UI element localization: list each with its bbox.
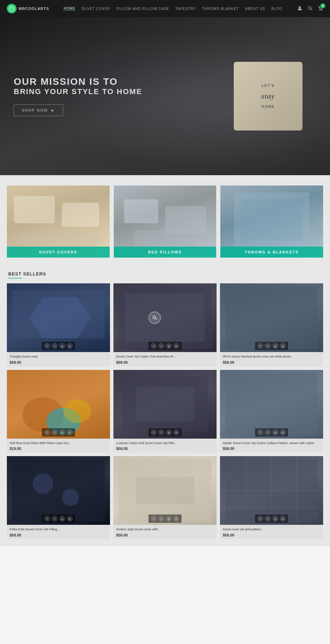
facebook-share-icon[interactable]: f xyxy=(151,429,157,436)
twitter-share-icon[interactable]: t xyxy=(52,343,58,349)
product-card[interactable]: f t g p Duvet cover set grid pattern... … xyxy=(220,456,323,539)
product-price-2: $58.00 xyxy=(116,360,214,364)
product-social-bar-5: f t g p xyxy=(148,428,182,437)
nav-tapestry[interactable]: TAPESTRY xyxy=(175,7,196,11)
svg-rect-7 xyxy=(62,203,99,227)
svg-point-5 xyxy=(321,10,322,10)
logo[interactable]: MRCOOLARTS xyxy=(7,4,49,13)
cart-badge: 0 xyxy=(320,3,325,8)
product-image-8: f t g p xyxy=(113,456,217,525)
google-share-icon[interactable]: g xyxy=(59,343,65,349)
google-share-icon[interactable]: g xyxy=(166,429,172,436)
google-share-icon[interactable]: g xyxy=(272,429,278,436)
pinterest-share-icon[interactable]: p xyxy=(67,516,73,522)
product-image-2: f t g p xyxy=(113,283,217,352)
product-info-3: 3PCS luxury Washed duvet cover set white… xyxy=(220,352,323,366)
facebook-share-icon[interactable]: f xyxy=(151,343,157,349)
pinterest-share-icon[interactable]: p xyxy=(173,343,179,349)
google-share-icon[interactable]: g xyxy=(166,343,172,349)
google-share-icon[interactable]: g xyxy=(59,516,65,522)
shop-now-button[interactable]: SHOP NOW ► xyxy=(14,104,63,116)
twitter-share-icon[interactable]: t xyxy=(158,429,164,436)
product-info-1: Triangle Duvet cover $58.00 xyxy=(7,352,110,366)
product-card[interactable]: f t g p Polka Dots Duvet Cover Set Filli… xyxy=(7,456,110,539)
google-share-icon[interactable]: g xyxy=(272,343,278,349)
svg-rect-13 xyxy=(241,199,302,240)
pinterest-share-icon[interactable]: p xyxy=(173,516,179,522)
product-image-7: f t g p xyxy=(7,456,110,525)
hero-content: OUR MISSION IS TO BRING YOUR STYLE TO HO… xyxy=(0,76,156,116)
product-info-6: Master Duvet Cover Set Grains Gallace Pa… xyxy=(220,439,323,453)
facebook-share-icon[interactable]: f xyxy=(257,343,263,349)
facebook-share-icon[interactable]: f xyxy=(44,429,50,436)
svg-rect-10 xyxy=(165,206,206,234)
nav-home[interactable]: HOME xyxy=(64,7,75,11)
svg-point-2 xyxy=(308,7,311,9)
cart-icon[interactable]: 0 xyxy=(318,5,323,12)
twitter-share-icon[interactable]: t xyxy=(265,429,271,436)
pinterest-share-icon[interactable]: p xyxy=(280,343,286,349)
search-icon[interactable] xyxy=(307,5,313,12)
product-card[interactable]: f t g p Modern style Duvet cover with...… xyxy=(113,456,217,539)
facebook-share-icon[interactable]: f xyxy=(151,516,157,522)
twitter-share-icon[interactable]: t xyxy=(158,343,164,349)
twitter-share-icon[interactable]: t xyxy=(52,516,58,522)
product-name-3: 3PCS luxury Washed duvet cover set white… xyxy=(223,355,320,359)
twitter-share-icon[interactable]: t xyxy=(265,343,271,349)
product-card[interactable]: f t g p Soft Rest Knot Pillow With Pillo… xyxy=(7,370,110,453)
products-grid: f t g p Triangle Duvet cover $58.00 xyxy=(7,283,323,539)
product-card[interactable]: f t g p 3PCS luxury Washed duvet cover s… xyxy=(220,283,323,366)
product-social-bar-1: f t g p xyxy=(42,342,75,350)
svg-rect-26 xyxy=(225,373,318,435)
svg-rect-6 xyxy=(14,196,55,223)
pinterest-share-icon[interactable]: p xyxy=(280,516,286,522)
product-price-3: $58.00 xyxy=(223,360,320,364)
category-bed-pillows[interactable]: BED PILLOWS xyxy=(114,185,217,258)
pinterest-share-icon[interactable]: p xyxy=(67,343,73,349)
product-image-1: f t g p xyxy=(7,283,110,352)
twitter-share-icon[interactable]: t xyxy=(158,516,164,522)
product-social-bar-4: f t g p xyxy=(42,428,75,437)
pinterest-share-icon[interactable]: p xyxy=(173,429,179,436)
product-card[interactable]: f t g p Master Duvet Cover Set Grains Ga… xyxy=(220,370,323,453)
facebook-share-icon[interactable]: f xyxy=(44,343,50,349)
twitter-share-icon[interactable]: t xyxy=(52,429,58,436)
google-share-icon[interactable]: g xyxy=(59,429,65,436)
pinterest-share-icon[interactable]: p xyxy=(280,429,286,436)
account-icon[interactable] xyxy=(297,5,302,12)
facebook-share-icon[interactable]: f xyxy=(257,516,263,522)
product-social-bar-9: f t g p xyxy=(255,515,288,523)
svg-point-29 xyxy=(62,489,79,506)
nav-throws[interactable]: THROWS BLANKET xyxy=(202,7,239,11)
pinterest-share-icon[interactable]: p xyxy=(67,429,73,436)
nav-blog[interactable]: BLOG xyxy=(272,7,283,11)
product-price-1: $58.00 xyxy=(10,360,107,364)
twitter-share-icon[interactable]: t xyxy=(265,516,271,522)
product-card[interactable]: f t g p Triangle Duvet cover $58.00 xyxy=(7,283,110,366)
product-image-4: f t g p xyxy=(7,370,110,439)
hero-title-line2: BRING YOUR STYLE TO HOME xyxy=(14,87,142,96)
nav-duvet-cover[interactable]: DUVET COVER xyxy=(81,7,110,11)
product-image-5: f t g p xyxy=(113,370,217,439)
svg-point-28 xyxy=(33,473,53,494)
nav-about[interactable]: ABOUT US xyxy=(245,7,265,11)
svg-point-0 xyxy=(9,6,14,11)
google-share-icon[interactable]: g xyxy=(272,516,278,522)
logo-icon xyxy=(7,4,16,13)
category-throws[interactable]: THROWS & BLANKETS xyxy=(220,185,323,258)
product-info-2: Duvet Cover Set Cotton Tree branches Pr.… xyxy=(113,352,217,366)
category-duvet-covers[interactable]: DUVET COVERS xyxy=(7,185,110,258)
google-share-icon[interactable]: g xyxy=(166,516,172,522)
product-card[interactable]: f t g p Duvet Cover Set Cotton Tree bran… xyxy=(113,283,217,366)
facebook-share-icon[interactable]: f xyxy=(44,516,50,522)
main-nav: HOME DUVET COVER PILLOW AND PILLOW CASE … xyxy=(64,7,282,11)
best-sellers-section: BEST SELLERS f t g p Triangle Duvet cove… xyxy=(0,268,330,546)
facebook-share-icon[interactable]: f xyxy=(257,429,263,436)
arrow-icon: ► xyxy=(51,108,55,112)
svg-line-19 xyxy=(155,318,157,320)
product-price-7: $58.00 xyxy=(10,533,107,537)
product-social-bar-8: f t g p xyxy=(148,515,182,523)
nav-pillow[interactable]: PILLOW AND PILLOW CASE xyxy=(116,7,169,11)
magnify-icon[interactable] xyxy=(148,312,161,324)
product-card[interactable]: f t g p 4 pieces Cotton Soft Duvet Cover… xyxy=(113,370,217,453)
